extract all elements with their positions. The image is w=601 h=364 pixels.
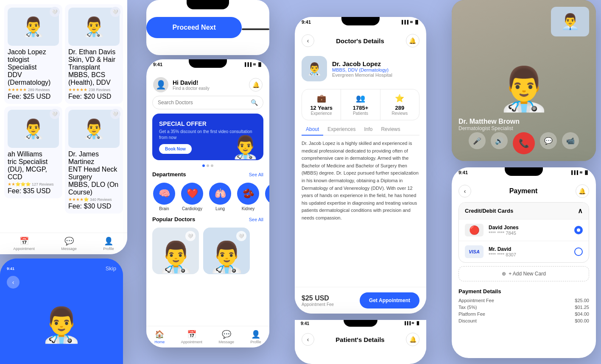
tab-info[interactable]: Info xyxy=(360,124,377,135)
card-unselected-indicator[interactable] xyxy=(574,247,583,256)
proceed-next-button[interactable]: Proceed Next xyxy=(146,17,242,38)
dept-cardiology[interactable]: ❤️ Cardiology xyxy=(180,183,204,211)
nav-message-home[interactable]: 💬 Message xyxy=(218,330,234,344)
add-card-label: + Add New Card xyxy=(509,271,546,277)
onboard-time: 9:41 xyxy=(7,267,14,271)
popular-doctors-list: 👨‍⚕️ 🤍 👨‍⚕️ 🤍 xyxy=(146,225,269,277)
notification-bell[interactable]: 🔔 xyxy=(406,34,419,47)
dept-lung[interactable]: 🫁 Lung xyxy=(208,183,232,211)
tab-experiences[interactable]: Experiences xyxy=(323,124,360,135)
nav-message[interactable]: 💬 Message xyxy=(61,236,77,251)
dept-brain[interactable]: 🧠 Brain xyxy=(152,183,176,211)
departments-title: Departments xyxy=(152,171,186,178)
payment-header: ‹ Payment 🔔 xyxy=(452,180,596,202)
doctor-avatar: 👨‍⚕️ xyxy=(302,56,327,81)
back-button[interactable]: ‹ xyxy=(302,34,314,47)
payment-card-mastercard[interactable]: 🔴 David Jones **** **** 7845 xyxy=(459,219,589,241)
stat-experience: 💼 12 Years Experience xyxy=(302,89,341,120)
search-bar[interactable]: 🔍 xyxy=(152,96,263,109)
payment-card-visa[interactable]: VISA Mr. David **** **** 8307 xyxy=(459,241,589,262)
add-new-card-button[interactable]: ⊕ + Add New Card xyxy=(458,266,589,281)
notch xyxy=(344,320,377,327)
payment-details-title: Payment Details xyxy=(458,288,589,295)
nav-profile[interactable]: 👤 Profile xyxy=(103,236,114,251)
nav-message-label: Message xyxy=(218,340,234,344)
doctor-card-jacob[interactable]: 🤍 👨‍⚕️ Jacob Lopez tologist Specialist D… xyxy=(4,4,62,104)
appointment-fee: Fee: $20 USD xyxy=(68,93,120,100)
notification-bell[interactable]: 🔔 xyxy=(249,78,263,92)
nav-home[interactable]: 🏠 Home xyxy=(154,330,165,344)
dept-kidney-label: Kidney xyxy=(242,206,255,211)
doctor-card-williams[interactable]: 🤍 👨‍⚕️ ah Williams tric Specialist (DU),… xyxy=(4,106,62,198)
home-header: 👤 Hi David! Find a doctor easily 🔔 xyxy=(146,72,269,96)
dot-inactive-1 xyxy=(207,164,209,167)
tab-about[interactable]: About xyxy=(302,124,323,136)
page-title: Patient's Details xyxy=(335,336,384,343)
phone-proceed: Proceed Next xyxy=(146,0,269,55)
experience-icon: 💼 xyxy=(317,94,326,103)
doctor-card-martinez[interactable]: 🤍 👨‍⚕️ Dr. James Martinez ENT Head Neck … xyxy=(65,106,123,214)
notch xyxy=(505,167,543,176)
favorite-icon[interactable]: 🤍 xyxy=(110,109,120,119)
home-icon: 🏠 xyxy=(155,330,164,339)
doctor-specialty: tric Specialist xyxy=(8,158,59,166)
video-doctor-name: Dr. Matthew Brown xyxy=(458,118,520,125)
phone-patient-details: 9:41 ▐▐▐ ≋ ▐▌ ‹ Patient's Details 🔔 xyxy=(295,320,426,364)
banner-title: SPECIAL OFFER xyxy=(159,120,257,127)
dept-kidney[interactable]: 🫘 Kidney xyxy=(236,183,260,211)
favorite-icon[interactable]: 🤍 xyxy=(185,231,196,241)
fee-amount: $25 USD xyxy=(302,295,334,302)
status-icons: ▐▐▐ ≋ ▐▌ xyxy=(570,170,589,175)
popular-doctor-card-1[interactable]: 👨‍⚕️ 🤍 xyxy=(152,228,199,274)
book-now-button[interactable]: Book Now xyxy=(159,144,192,154)
fee-value: $25.00 xyxy=(575,298,589,303)
favorite-icon[interactable]: 🤍 xyxy=(236,231,246,241)
search-input[interactable] xyxy=(158,100,247,106)
tab-reviews[interactable]: Reviews xyxy=(377,124,404,135)
back-button[interactable]: ‹ xyxy=(302,333,314,346)
doctor-info: Dr. Jacob Lopez MBBS, DDV (Dermatology) … xyxy=(332,60,392,78)
discount-label: Discount xyxy=(458,318,477,323)
appointment-fee: Fee: $25 USD xyxy=(8,93,59,100)
reviews-label: Reviews xyxy=(391,111,408,116)
back-button[interactable]: ‹ xyxy=(7,276,20,289)
collapse-icon[interactable]: ∧ xyxy=(578,207,583,215)
notification-bell[interactable]: 🔔 xyxy=(576,184,589,198)
doctor-quals: MBBS, DLO (On Course) xyxy=(68,181,120,196)
doctor-quals: DDV (Dermatology) xyxy=(8,71,59,86)
notification-bell[interactable]: 🔔 xyxy=(406,333,419,346)
bottom-navigation: 📅 Appointment 💬 Message 👤 Profile xyxy=(0,233,127,254)
chat-button[interactable]: 💬 xyxy=(540,132,557,149)
nav-profile-home[interactable]: 👤 Profile xyxy=(250,330,261,344)
stat-reviews: ⭐ 289 Reviews xyxy=(380,89,419,120)
doctor-specialty: ENT Head Neck Surgery xyxy=(68,166,120,181)
departments-see-all[interactable]: See All xyxy=(249,172,263,177)
payment-details-section: Payment Details Appointment Fee $25.00 T… xyxy=(452,285,596,328)
end-call-button[interactable]: 📞 xyxy=(513,132,535,154)
nav-appointment-home[interactable]: 📅 Appointment xyxy=(181,330,203,344)
popular-doctor-card-2[interactable]: 👨‍⚕️ 🤍 xyxy=(203,228,250,274)
experience-label: Experience xyxy=(311,111,332,116)
payment-row-platform: Platform Fee $04.00 xyxy=(458,311,589,317)
departments-section-header: Departments See All xyxy=(146,169,269,180)
get-appointment-button[interactable]: Get Appointment xyxy=(360,292,419,308)
doctor-card-ethan[interactable]: 🤍 👨‍⚕️ Dr. Ethan Davis Skin, VD & Hair T… xyxy=(65,4,123,104)
camera-button[interactable]: 📹 xyxy=(562,132,579,149)
status-time: 9:41 xyxy=(302,19,311,25)
banner-dots xyxy=(146,164,269,167)
skip-button[interactable]: Skip xyxy=(106,265,116,272)
popular-see-all[interactable]: See All xyxy=(249,217,263,222)
nav-appointment[interactable]: 📅 Appointment xyxy=(13,236,35,251)
card-selected-indicator[interactable] xyxy=(574,226,583,234)
favorite-icon[interactable]: 🤍 xyxy=(110,7,120,17)
favorite-icon[interactable]: 🤍 xyxy=(50,109,60,119)
speaker-button[interactable]: 🔊 xyxy=(491,132,508,149)
favorite-icon[interactable]: 🤍 xyxy=(50,7,60,17)
back-button[interactable]: ‹ xyxy=(458,185,471,197)
mic-button[interactable]: 🎤 xyxy=(469,132,486,149)
dept-dental[interactable]: 🦷 De... xyxy=(264,183,269,211)
home-bottom-nav: 🏠 Home 📅 Appointment 💬 Message 👤 Profile xyxy=(146,326,269,347)
video-controls: 🎤 🔊 📞 💬 📹 xyxy=(452,132,596,154)
departments-list: 🧠 Brain ❤️ Cardiology 🫁 Lung 🫘 Kidney 🦷 … xyxy=(146,180,269,214)
platform-label: Platform Fee xyxy=(458,311,485,317)
